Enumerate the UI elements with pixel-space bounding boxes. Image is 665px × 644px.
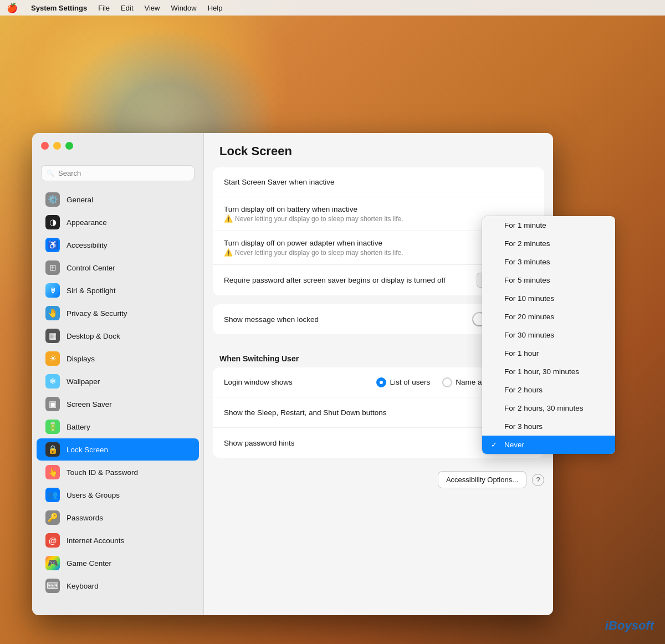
dropdown-label-0: For 1 minute bbox=[504, 221, 546, 229]
dropdown-item-2[interactable]: For 3 minutes bbox=[482, 253, 615, 271]
sidebar-icon-general: ⚙️ bbox=[45, 192, 60, 207]
sidebar-label-accessibility: Accessibility bbox=[66, 241, 108, 249]
sidebar-icon-accessibility: ♿ bbox=[45, 238, 60, 252]
sidebar-item-siri-spotlight[interactable]: 🎙Siri & Spotlight bbox=[37, 279, 199, 301]
sidebar-icon-control-center: ⊞ bbox=[45, 260, 60, 275]
sidebar-item-battery[interactable]: 🔋Battery bbox=[37, 416, 199, 438]
sidebar-label-game-center: Game Center bbox=[66, 559, 111, 568]
search-wrapper: 🔍 bbox=[41, 165, 195, 181]
sidebar-icon-displays: ☀ bbox=[45, 351, 60, 366]
sidebar-item-control-center[interactable]: ⊞Control Center bbox=[37, 257, 199, 279]
dropdown-label-11: For 3 hours bbox=[504, 422, 543, 431]
menubar-window[interactable]: Window bbox=[171, 4, 196, 12]
screen-saver-label: Start Screen Saver when inactive bbox=[224, 178, 533, 186]
sidebar-icon-game-center: 🎮 bbox=[45, 556, 60, 570]
adapter-display-label: Turn display off on power adapter when i… bbox=[224, 239, 496, 257]
sidebar-item-game-center[interactable]: 🎮Game Center bbox=[37, 552, 199, 574]
sidebar-label-internet-accounts: Internet Accounts bbox=[66, 536, 124, 545]
sidebar-label-screen-saver: Screen Saver bbox=[66, 400, 112, 408]
window-controls bbox=[41, 142, 73, 150]
dropdown-item-10[interactable]: For 2 hours, 30 minutes bbox=[482, 399, 615, 417]
close-button[interactable] bbox=[41, 142, 49, 150]
dropdown-item-11[interactable]: For 3 hours bbox=[482, 417, 615, 436]
sidebar-icon-desktop-dock: ▦ bbox=[45, 329, 60, 343]
dropdown-label-6: For 30 minutes bbox=[504, 331, 554, 339]
radio-list-users[interactable] bbox=[376, 377, 386, 387]
dropdown-label-4: For 10 minutes bbox=[504, 294, 554, 303]
sidebar-items-list: ⚙️General◑Appearance♿Accessibility⊞Contr… bbox=[32, 188, 203, 597]
minimize-button[interactable] bbox=[53, 142, 61, 150]
dropdown-label-3: For 5 minutes bbox=[504, 276, 550, 284]
maximize-button[interactable] bbox=[65, 142, 73, 150]
sidebar-label-touch-id: Touch ID & Password bbox=[66, 468, 138, 477]
warning-icon: ⚠️ bbox=[224, 214, 233, 223]
dropdown-item-6[interactable]: For 30 minutes bbox=[482, 326, 615, 344]
dropdown-label-5: For 20 minutes bbox=[504, 313, 554, 321]
sidebar-item-desktop-dock[interactable]: ▦Desktop & Dock bbox=[37, 325, 199, 347]
sidebar-item-screen-saver[interactable]: ▣Screen Saver bbox=[37, 393, 199, 415]
dropdown-item-4[interactable]: For 10 minutes bbox=[482, 289, 615, 308]
sidebar-label-lock-screen: Lock Screen bbox=[66, 446, 108, 454]
sidebar-icon-users-groups: 👥 bbox=[45, 488, 60, 502]
login-window-label: Login window shows bbox=[224, 378, 376, 386]
menubar-help[interactable]: Help bbox=[208, 4, 223, 12]
sidebar-label-desktop-dock: Desktop & Dock bbox=[66, 332, 120, 340]
radio-name-password[interactable] bbox=[442, 377, 452, 387]
sidebar-label-passwords: Passwords bbox=[66, 514, 103, 522]
password-hints-label: Show password hints bbox=[224, 439, 509, 447]
sidebar-label-users-groups: Users & Groups bbox=[66, 491, 120, 499]
sidebar-item-wallpaper[interactable]: ❄Wallpaper bbox=[37, 370, 199, 392]
sidebar-item-passwords[interactable]: 🔑Passwords bbox=[37, 507, 199, 529]
sidebar-label-privacy-security: Privacy & Security bbox=[66, 309, 127, 318]
sidebar-icon-wallpaper: ❄ bbox=[45, 374, 60, 389]
dropdown-item-7[interactable]: For 1 hour bbox=[482, 344, 615, 362]
screen-saver-row: Start Screen Saver when inactive bbox=[213, 167, 544, 197]
sleep-restart-label: Show the Sleep, Restart, and Shut Down b… bbox=[224, 408, 509, 417]
sidebar-label-wallpaper: Wallpaper bbox=[66, 377, 100, 386]
sidebar-icon-privacy-security: 🤚 bbox=[45, 306, 60, 320]
radio-list-users-label: List of users bbox=[390, 378, 430, 386]
sidebar-icon-passwords: 🔑 bbox=[45, 510, 60, 525]
search-container: 🔍 bbox=[32, 161, 203, 188]
menubar-file[interactable]: File bbox=[98, 4, 110, 12]
dropdown-label-7: For 1 hour bbox=[504, 349, 539, 357]
search-input[interactable] bbox=[41, 165, 195, 181]
sidebar-item-lock-screen[interactable]: 🔒Lock Screen bbox=[37, 438, 199, 461]
sidebar-item-privacy-security[interactable]: 🤚Privacy & Security bbox=[37, 302, 199, 324]
sidebar-label-control-center: Control Center bbox=[66, 264, 115, 272]
sidebar-icon-appearance: ◑ bbox=[45, 215, 60, 229]
dropdown-item-0[interactable]: For 1 minute bbox=[482, 216, 615, 234]
dropdown-label-9: For 2 hours bbox=[504, 386, 543, 394]
sidebar-item-internet-accounts[interactable]: @Internet Accounts bbox=[37, 529, 199, 551]
dropdown-item-5[interactable]: For 20 minutes bbox=[482, 308, 615, 326]
sidebar-label-keyboard: Keyboard bbox=[66, 582, 99, 590]
dropdown-item-9[interactable]: For 2 hours bbox=[482, 381, 615, 399]
accessibility-options-button[interactable]: Accessibility Options... bbox=[438, 471, 526, 488]
apple-menu[interactable]: 🍎 bbox=[7, 3, 18, 13]
sidebar-item-appearance[interactable]: ◑Appearance bbox=[37, 211, 199, 233]
sidebar-item-general[interactable]: ⚙️General bbox=[37, 188, 199, 211]
require-password-label: Require password after screen saver begi… bbox=[224, 276, 477, 284]
sidebar-item-users-groups[interactable]: 👥Users & Groups bbox=[37, 484, 199, 506]
page-title: Lock Screen bbox=[219, 144, 538, 159]
menubar-edit[interactable]: Edit bbox=[121, 4, 133, 12]
menubar: 🍎 System Settings File Edit View Window … bbox=[0, 0, 665, 16]
menubar-view[interactable]: View bbox=[145, 4, 160, 12]
sidebar-item-touch-id[interactable]: 👆Touch ID & Password bbox=[37, 461, 199, 483]
dropdown-label-12: Never bbox=[504, 441, 524, 449]
sidebar-item-displays[interactable]: ☀Displays bbox=[37, 347, 199, 370]
warning-icon-2: ⚠️ bbox=[224, 248, 233, 257]
sidebar-icon-touch-id: 👆 bbox=[45, 465, 60, 479]
sidebar-icon-keyboard: ⌨ bbox=[45, 579, 60, 593]
sidebar-item-accessibility[interactable]: ♿Accessibility bbox=[37, 234, 199, 256]
dropdown-label-10: For 2 hours, 30 minutes bbox=[504, 404, 584, 412]
dropdown-item-8[interactable]: For 1 hour, 30 minutes bbox=[482, 362, 615, 381]
dropdown-item-12[interactable]: ✓Never bbox=[482, 436, 615, 454]
dropdown-menu[interactable]: For 1 minuteFor 2 minutesFor 3 minutesFo… bbox=[482, 216, 615, 454]
dropdown-item-1[interactable]: For 2 minutes bbox=[482, 234, 615, 253]
help-button[interactable]: ? bbox=[532, 474, 544, 486]
dropdown-item-3[interactable]: For 5 minutes bbox=[482, 271, 615, 289]
sidebar-item-keyboard[interactable]: ⌨Keyboard bbox=[37, 575, 199, 597]
dropdown-label-2: For 3 minutes bbox=[504, 258, 550, 266]
menubar-app-name[interactable]: System Settings bbox=[31, 4, 87, 12]
